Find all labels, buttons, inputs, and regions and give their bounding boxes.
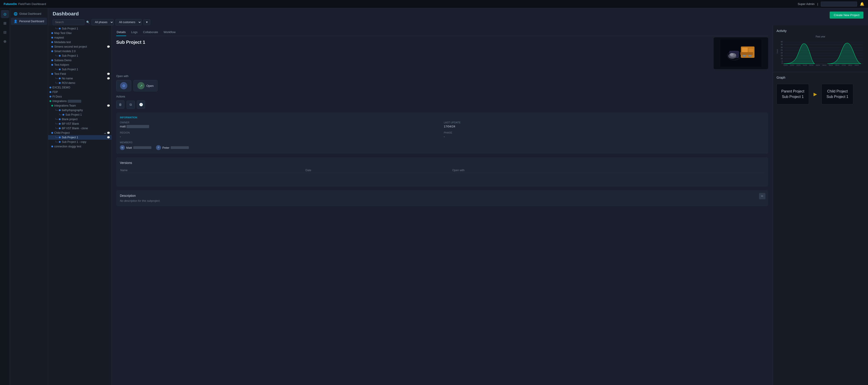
svg-text:25: 25 <box>781 49 783 51</box>
icon-rail-image[interactable]: ⊟ <box>1 28 9 36</box>
icon-rail-grid[interactable]: ⊞ <box>1 19 9 27</box>
sidebar-item-global-dashboard[interactable]: 🌐 Global Dashboard <box>11 10 47 18</box>
tree-item[interactable]: Test Asbjorn <box>48 63 112 67</box>
tree-item[interactable]: └─ Sub Project 1 - copy <box>48 140 112 144</box>
tree-item[interactable]: Test Field 💬 <box>48 72 112 76</box>
detail-tabs: Details Logs Collaborate Workflow <box>116 29 768 36</box>
tab-logs[interactable]: Logs <box>131 29 138 36</box>
copy-action-button[interactable]: ⧉ <box>127 101 135 109</box>
phase-value: - <box>444 135 765 138</box>
sidebar: 🌐 Global Dashboard 👤 Personal Dashboard <box>10 8 48 385</box>
tree-item[interactable]: Smart models 2.0 <box>48 49 112 54</box>
tree-sub-indicator: └─ <box>55 77 58 80</box>
notification-bell-icon[interactable]: 🔔 <box>860 2 864 6</box>
create-project-button[interactable]: Create New Project <box>830 11 864 19</box>
tab-collaborate[interactable]: Collaborate <box>143 29 159 36</box>
topbar-search-input[interactable] <box>821 2 857 7</box>
members-field: MEMBERS M Matt P Peter <box>120 141 765 150</box>
tree-item[interactable]: └─ Sub Project 1 <box>48 26 112 31</box>
svg-rect-5 <box>749 49 753 52</box>
tree-item-actions: ☁ 💬 <box>104 132 110 135</box>
tree-item[interactable]: └─ BP VST Blank <box>48 121 112 126</box>
description-edit-button[interactable]: ✏ <box>759 193 766 199</box>
delete-action-button[interactable]: 🗑 <box>116 100 124 109</box>
clock-action-button[interactable]: 🕐 <box>137 100 145 109</box>
app-name: FieldTwin Dashboard <box>19 2 46 6</box>
tree-dot <box>50 86 51 89</box>
information-title: Information <box>120 116 765 119</box>
tree-dot <box>59 109 61 111</box>
svg-text:35: 35 <box>781 43 783 45</box>
tree-item[interactable]: FDP <box>48 90 112 94</box>
description-section: Description No description for this subp… <box>116 190 768 206</box>
tree-dot <box>59 68 61 70</box>
versions-col-date: Date <box>306 168 452 173</box>
icon-rail-home[interactable]: ⊙ <box>1 10 9 18</box>
tree-item-actions: 💬 <box>107 77 110 80</box>
activity-title: Activity <box>777 29 864 33</box>
svg-text:5: 5 <box>781 60 783 62</box>
sidebar-item-personal-dashboard[interactable]: 👤 Personal Dashboard <box>11 18 47 25</box>
svg-text:05/24: 05/24 <box>829 64 833 66</box>
tree-dot <box>59 77 61 79</box>
tree-item[interactable]: └─ Blank project <box>48 117 112 121</box>
graph-parent-box: Parent Project Sub Project 1 <box>777 84 809 104</box>
tree-dot <box>51 105 53 107</box>
info-section: Information OWNER matt LAST UPDATE 17/04… <box>116 112 768 154</box>
graph-arrow-icon: ▶ <box>813 92 817 97</box>
tree-item[interactable]: └─ ROV-demo <box>48 81 112 85</box>
members-label: MEMBERS <box>120 141 765 144</box>
tree-item[interactable]: Simens second test project 💬 <box>48 44 112 49</box>
customer-filter-select[interactable]: All customers <box>116 19 142 25</box>
versions-col-name: Name <box>120 168 305 173</box>
tab-details[interactable]: Details <box>116 29 126 36</box>
tree-sub-indicator: └─ <box>59 114 62 116</box>
open-project-button[interactable]: ↗ Open <box>133 80 158 92</box>
member-item: M Matt <box>120 145 151 150</box>
tree-item[interactable]: └─ Sub Project 1 <box>48 54 112 58</box>
tree-item[interactable]: Integrations Team 💬 <box>48 103 112 108</box>
tree-item[interactable]: EXCEL DEMO <box>48 85 112 90</box>
actions-section: Actions 🗑 ⧉ 🕐 <box>116 95 768 109</box>
tree-item[interactable]: └─ bathy/topography <box>48 108 112 112</box>
filter-button[interactable]: ▼ <box>144 19 150 25</box>
last-update-value: 17/04/24 <box>444 125 765 128</box>
tree-item-actions: 💬 <box>107 73 110 75</box>
tree-item[interactable]: maptest <box>48 35 112 40</box>
chart-period-label: Past year <box>777 35 864 38</box>
description-title: Description <box>120 194 765 198</box>
open-settings-button[interactable]: ⚙ <box>116 80 131 92</box>
tree-dot <box>50 100 51 102</box>
tree-item[interactable]: connection sluggy test <box>48 144 112 149</box>
person-icon: 👤 <box>13 20 18 23</box>
tree-dot <box>51 132 53 134</box>
icon-rail: ⊙ ⊞ ⊟ ⊕ <box>0 8 10 385</box>
tree-item[interactable]: └─ Sub Project 1 <box>48 112 112 117</box>
dash-header: Dashboard Create New Project 🔍 All phase… <box>48 8 868 25</box>
tree-item-actions: 💬 <box>107 136 110 139</box>
icon-rail-widgets[interactable]: ⊕ <box>1 37 9 45</box>
chart-container: 40 35 30 25 20 15 10 5 0 Count <box>777 39 864 68</box>
tree-item[interactable]: Integrations <box>48 99 112 103</box>
tree-item-subproject1-selected[interactable]: └─ Sub Project 1 💬 <box>48 135 112 140</box>
phase-filter-select[interactable]: All phases <box>91 19 114 25</box>
phase-field: PHASE - <box>444 131 765 138</box>
tree-item[interactable]: Subsea Demo <box>48 58 112 63</box>
inline-input <box>68 100 81 103</box>
graph-child-line1: Child Project <box>826 89 848 94</box>
tree-item[interactable]: └─ No name 💬 <box>48 76 112 81</box>
tree-item[interactable]: └─ BP VST Blank - clone <box>48 126 112 131</box>
project-search-input[interactable] <box>53 19 85 25</box>
tree-item[interactable]: Map Test Olav <box>48 31 112 35</box>
tree-item-actions: 💬 <box>107 45 110 48</box>
right-panel: Activity Past year 40 35 30 25 20 15 10 <box>773 25 868 385</box>
tree-item[interactable]: └─ Sub Project 1 <box>48 67 112 72</box>
last-update-label: LAST UPDATE <box>444 121 765 124</box>
project-thumbnail <box>714 37 768 69</box>
svg-text:20: 20 <box>781 52 783 54</box>
tree-item[interactable]: Ft Docs <box>48 94 112 99</box>
tree-item-child-project[interactable]: Child Project ☁ 💬 <box>48 131 112 135</box>
tab-workflow[interactable]: Workflow <box>163 29 176 36</box>
tree-item[interactable]: Metadata test <box>48 40 112 44</box>
tree-dot <box>51 64 53 66</box>
